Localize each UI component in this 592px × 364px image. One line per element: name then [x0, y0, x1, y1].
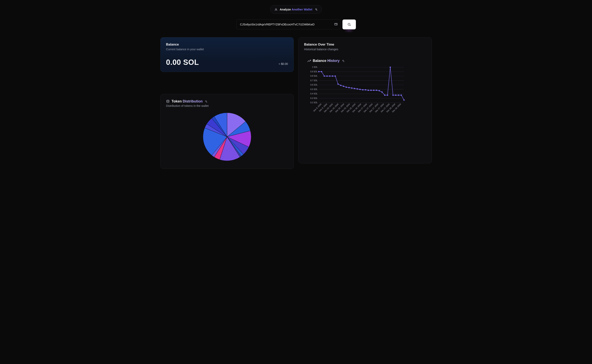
svg-point-27: [335, 76, 336, 77]
trending-up-icon: [307, 59, 311, 63]
svg-text:0.4 SOL: 0.4 SOL: [310, 93, 318, 95]
svg-point-42: [376, 90, 377, 91]
svg-point-22: [321, 71, 322, 72]
svg-point-50: [398, 95, 399, 96]
svg-point-33: [351, 87, 352, 89]
analyze-badge: Analyze Another Wallet: [270, 5, 322, 13]
svg-point-2: [167, 100, 169, 101]
svg-point-46: [387, 95, 388, 96]
svg-point-38: [365, 89, 366, 91]
svg-text:0.2 SOL: 0.2 SOL: [310, 102, 318, 104]
sparkle-icon: [315, 8, 317, 11]
svg-point-25: [329, 76, 330, 77]
svg-text:0.6 SOL: 0.6 SOL: [310, 84, 318, 86]
balance-subtitle: Current balance in your wallet: [166, 48, 288, 51]
balance-history-card: Balance Over Time Historical balance cha…: [299, 37, 432, 163]
balance-line-chart: 0.2 SOL0.3 SOL0.4 SOL0.5 SOL0.6 SOL0.7 S…: [307, 65, 406, 120]
balance-usd: ≈ $0.00: [279, 62, 288, 65]
wallet-icon: [334, 22, 338, 27]
svg-point-48: [392, 95, 393, 96]
svg-point-47: [390, 67, 391, 68]
analyze-badge-text: Analyze Another Wallet: [280, 8, 313, 11]
svg-point-30: [343, 86, 344, 87]
svg-point-37: [362, 89, 363, 91]
svg-text:0.5 SOL: 0.5 SOL: [310, 88, 318, 91]
database-icon: [166, 100, 170, 103]
balance-title: Balance: [166, 43, 288, 46]
search-button[interactable]: [342, 20, 356, 29]
wallet-address-input[interactable]: [236, 20, 340, 29]
svg-text:1 SOL: 1 SOL: [312, 66, 318, 68]
svg-text:0.3 SOL: 0.3 SOL: [310, 97, 318, 99]
svg-point-28: [337, 83, 339, 84]
sparkle-icon: [275, 8, 277, 11]
svg-point-29: [340, 85, 341, 86]
svg-point-52: [403, 99, 404, 100]
token-dist-subtitle: Distribution of tokens in the wallet: [166, 104, 288, 107]
sparkle-icon: [342, 59, 344, 62]
svg-point-35: [356, 88, 358, 90]
svg-point-34: [354, 88, 355, 89]
svg-point-26: [332, 76, 333, 77]
svg-point-31: [346, 86, 347, 88]
svg-point-49: [395, 95, 396, 96]
svg-point-21: [318, 71, 319, 72]
svg-point-1: [348, 23, 350, 26]
svg-point-39: [367, 90, 369, 91]
svg-point-51: [400, 95, 402, 96]
svg-point-44: [381, 91, 383, 93]
svg-text:0.7 SOL: 0.7 SOL: [310, 79, 318, 82]
wallet-address-field[interactable]: [236, 20, 340, 29]
sparkle-icon: [205, 100, 207, 103]
balance-amount: 0.00 SOL: [166, 58, 199, 67]
svg-text:0.8 SOL: 0.8 SOL: [310, 75, 318, 77]
svg-point-32: [348, 87, 350, 88]
svg-point-23: [324, 76, 325, 77]
svg-point-45: [384, 95, 385, 96]
svg-text:0.9 SOL: 0.9 SOL: [310, 71, 318, 73]
svg-rect-0: [335, 23, 337, 25]
svg-point-41: [373, 90, 374, 91]
history-title: Balance Over Time: [304, 43, 426, 46]
balance-history-heading: Balance History: [313, 59, 340, 63]
history-subtitle: Historical balance changes: [304, 48, 426, 51]
token-dist-title: Token Distribution: [172, 99, 203, 104]
svg-point-43: [379, 90, 380, 91]
svg-point-40: [370, 90, 372, 91]
token-pie-chart: [202, 112, 252, 161]
balance-card: Balance Current balance in your wallet 0…: [160, 37, 294, 72]
svg-point-36: [359, 89, 360, 90]
token-distribution-card: Token Distribution Distribution of token…: [160, 94, 294, 169]
svg-point-24: [326, 76, 327, 77]
